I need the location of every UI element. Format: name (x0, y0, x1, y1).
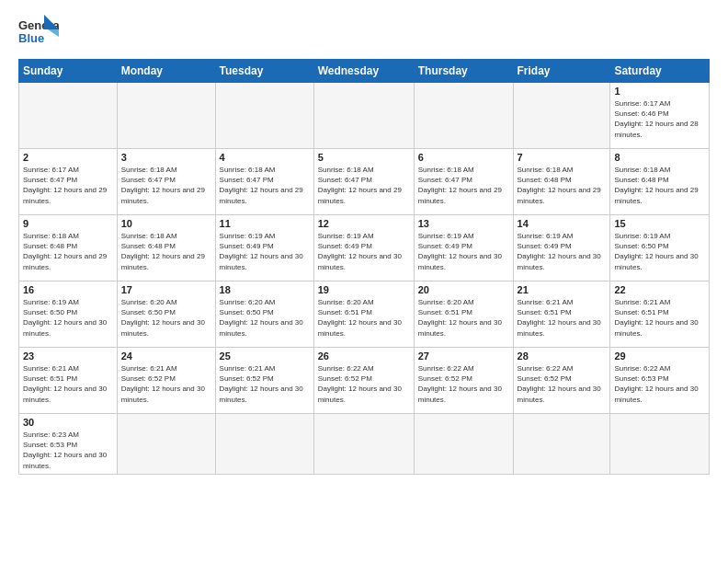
day-number: 11 (220, 218, 310, 229)
day-info: Sunrise: 6:20 AMSunset: 6:50 PMDaylight:… (220, 297, 310, 339)
day-number: 27 (418, 350, 509, 362)
table-row (117, 83, 215, 149)
day-number: 14 (518, 218, 607, 229)
day-info: Sunrise: 6:17 AMSunset: 6:46 PMDaylight:… (614, 98, 705, 140)
day-info: Sunrise: 6:23 AMSunset: 6:53 PMDaylight:… (23, 430, 113, 471)
table-row (414, 414, 513, 475)
table-row: 25Sunrise: 6:21 AMSunset: 6:52 PMDayligh… (215, 348, 313, 414)
day-info: Sunrise: 6:22 AMSunset: 6:53 PMDaylight:… (614, 363, 705, 405)
page: General Blue SundayMondayTuesdayWednesda… (0, 0, 728, 484)
day-number: 5 (318, 152, 410, 163)
header-friday: Friday (513, 60, 610, 83)
day-info: Sunrise: 6:19 AMSunset: 6:50 PMDaylight:… (23, 297, 113, 339)
day-info: Sunrise: 6:20 AMSunset: 6:51 PMDaylight:… (418, 297, 509, 339)
logo: General Blue (18, 15, 59, 50)
header: General Blue (18, 15, 710, 50)
header-tuesday: Tuesday (215, 60, 313, 83)
calendar-header-row: SundayMondayTuesdayWednesdayThursdayFrid… (19, 60, 710, 83)
day-info: Sunrise: 6:18 AMSunset: 6:47 PMDaylight:… (418, 165, 509, 206)
table-row: 27Sunrise: 6:22 AMSunset: 6:52 PMDayligh… (414, 348, 513, 414)
day-info: Sunrise: 6:21 AMSunset: 6:51 PMDaylight:… (518, 297, 607, 339)
day-info: Sunrise: 6:18 AMSunset: 6:48 PMDaylight:… (518, 165, 607, 206)
day-number: 28 (518, 350, 607, 362)
table-row (313, 414, 414, 475)
day-info: Sunrise: 6:18 AMSunset: 6:48 PMDaylight:… (23, 231, 113, 272)
day-info: Sunrise: 6:22 AMSunset: 6:52 PMDaylight:… (418, 363, 509, 405)
table-row: 24Sunrise: 6:21 AMSunset: 6:52 PMDayligh… (117, 348, 215, 414)
day-number: 15 (614, 218, 705, 229)
day-number: 30 (23, 417, 113, 428)
table-row (215, 83, 313, 149)
table-row (215, 414, 313, 475)
table-row (19, 83, 118, 149)
svg-text:Blue: Blue (18, 31, 44, 45)
day-info: Sunrise: 6:21 AMSunset: 6:52 PMDaylight:… (220, 363, 310, 405)
table-row: 16Sunrise: 6:19 AMSunset: 6:50 PMDayligh… (19, 282, 118, 348)
day-info: Sunrise: 6:18 AMSunset: 6:47 PMDaylight:… (220, 165, 310, 206)
day-number: 18 (220, 284, 310, 295)
day-number: 25 (220, 350, 310, 362)
table-row: 8Sunrise: 6:18 AMSunset: 6:48 PMDaylight… (610, 149, 710, 215)
day-number: 26 (318, 350, 410, 362)
day-number: 6 (418, 152, 509, 163)
table-row: 5Sunrise: 6:18 AMSunset: 6:47 PMDaylight… (313, 149, 414, 215)
table-row: 26Sunrise: 6:22 AMSunset: 6:52 PMDayligh… (313, 348, 414, 414)
table-row: 18Sunrise: 6:20 AMSunset: 6:50 PMDayligh… (215, 282, 313, 348)
day-number: 17 (121, 284, 211, 295)
table-row: 9Sunrise: 6:18 AMSunset: 6:48 PMDaylight… (19, 215, 118, 282)
table-row: 3Sunrise: 6:18 AMSunset: 6:47 PMDaylight… (117, 149, 215, 215)
day-number: 16 (23, 284, 113, 295)
day-number: 12 (318, 218, 410, 229)
day-info: Sunrise: 6:18 AMSunset: 6:47 PMDaylight:… (318, 165, 410, 206)
table-row: 4Sunrise: 6:18 AMSunset: 6:47 PMDaylight… (215, 149, 313, 215)
day-number: 10 (121, 218, 211, 229)
day-info: Sunrise: 6:18 AMSunset: 6:48 PMDaylight:… (121, 231, 211, 272)
day-number: 23 (23, 350, 113, 362)
table-row (117, 414, 215, 475)
logo-svg: General Blue (18, 15, 59, 50)
table-row: 17Sunrise: 6:20 AMSunset: 6:50 PMDayligh… (117, 282, 215, 348)
table-row: 10Sunrise: 6:18 AMSunset: 6:48 PMDayligh… (117, 215, 215, 282)
day-number: 21 (518, 284, 607, 295)
table-row (513, 83, 610, 149)
table-row (313, 83, 414, 149)
table-row: 28Sunrise: 6:22 AMSunset: 6:52 PMDayligh… (513, 348, 610, 414)
day-info: Sunrise: 6:18 AMSunset: 6:48 PMDaylight:… (614, 165, 705, 206)
day-info: Sunrise: 6:17 AMSunset: 6:47 PMDaylight:… (23, 165, 113, 206)
day-info: Sunrise: 6:20 AMSunset: 6:50 PMDaylight:… (121, 297, 211, 339)
table-row: 6Sunrise: 6:18 AMSunset: 6:47 PMDaylight… (414, 149, 513, 215)
table-row: 22Sunrise: 6:21 AMSunset: 6:51 PMDayligh… (610, 282, 710, 348)
day-info: Sunrise: 6:22 AMSunset: 6:52 PMDaylight:… (518, 363, 607, 405)
day-number: 2 (23, 152, 113, 163)
table-row: 23Sunrise: 6:21 AMSunset: 6:51 PMDayligh… (19, 348, 118, 414)
table-row: 7Sunrise: 6:18 AMSunset: 6:48 PMDaylight… (513, 149, 610, 215)
table-row: 19Sunrise: 6:20 AMSunset: 6:51 PMDayligh… (313, 282, 414, 348)
table-row (513, 414, 610, 475)
day-number: 8 (614, 152, 705, 163)
day-info: Sunrise: 6:19 AMSunset: 6:50 PMDaylight:… (614, 231, 705, 272)
calendar-table: SundayMondayTuesdayWednesdayThursdayFrid… (18, 59, 710, 475)
day-number: 1 (614, 86, 705, 97)
day-number: 13 (418, 218, 509, 229)
day-info: Sunrise: 6:21 AMSunset: 6:51 PMDaylight:… (614, 297, 705, 339)
day-info: Sunrise: 6:22 AMSunset: 6:52 PMDaylight:… (318, 363, 410, 405)
table-row: 13Sunrise: 6:19 AMSunset: 6:49 PMDayligh… (414, 215, 513, 282)
table-row: 2Sunrise: 6:17 AMSunset: 6:47 PMDaylight… (19, 149, 118, 215)
day-info: Sunrise: 6:21 AMSunset: 6:52 PMDaylight:… (121, 363, 211, 405)
day-info: Sunrise: 6:19 AMSunset: 6:49 PMDaylight:… (318, 231, 410, 272)
table-row: 1Sunrise: 6:17 AMSunset: 6:46 PMDaylight… (610, 83, 710, 149)
header-saturday: Saturday (610, 60, 710, 83)
day-number: 29 (614, 350, 705, 362)
day-number: 22 (614, 284, 705, 295)
day-info: Sunrise: 6:21 AMSunset: 6:51 PMDaylight:… (23, 363, 113, 405)
table-row (610, 414, 710, 475)
day-info: Sunrise: 6:19 AMSunset: 6:49 PMDaylight:… (418, 231, 509, 272)
header-monday: Monday (117, 60, 215, 83)
header-sunday: Sunday (19, 60, 118, 83)
day-info: Sunrise: 6:19 AMSunset: 6:49 PMDaylight:… (220, 231, 310, 272)
day-number: 24 (121, 350, 211, 362)
day-info: Sunrise: 6:20 AMSunset: 6:51 PMDaylight:… (318, 297, 410, 339)
day-number: 4 (220, 152, 310, 163)
table-row: 30Sunrise: 6:23 AMSunset: 6:53 PMDayligh… (19, 414, 118, 475)
day-info: Sunrise: 6:18 AMSunset: 6:47 PMDaylight:… (121, 165, 211, 206)
